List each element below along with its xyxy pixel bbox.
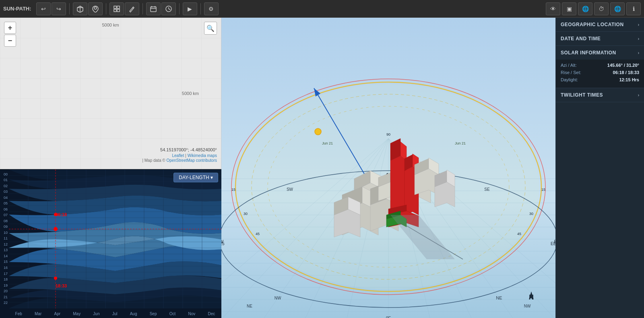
geo-location-header[interactable]: GEOGRAPHIC LOCATION › [556,18,644,31]
geo-location-arrow: › [638,23,639,27]
tool-group-3 [146,2,176,15]
hour-11: 11 [0,237,9,240]
map-search-button[interactable]: 🔍 [204,22,217,35]
month-jul: Jul [112,312,118,316]
twilight-header[interactable]: TWILIGHT TIMES › [556,88,644,102]
hour-16: 16 [0,266,9,270]
hour-10: 10 [0,231,9,235]
svg-text:SE: SE [484,187,490,192]
grid-button[interactable] [109,2,124,15]
play-button[interactable]: ▶ [183,2,197,15]
hour-20: 20 [0,289,9,293]
globe2-button[interactable]: 🌐 [610,2,625,15]
hour-09: 09 [0,225,9,229]
right-toolbar: 👁 ▣ 🌐 ⏱ 🌐 ℹ [546,2,641,15]
calendar-button[interactable] [146,2,161,15]
3d-view[interactable]: N W E NE SE SW NW 00 25 EEE [221,18,555,318]
edit-button[interactable] [125,2,139,15]
eye-button[interactable]: 👁 [546,2,560,15]
svg-rect-5 [117,6,120,8]
location-button[interactable] [88,2,103,15]
svg-text:30: 30 [244,212,248,216]
svg-text:25: 25 [221,242,225,246]
layout-button[interactable]: ▣ [562,2,576,15]
geo-location-section: GEOGRAPHIC LOCATION › [556,18,644,32]
solar-info-content: Azi / Alt: 145.66° / 31.20° Rise / Set: … [556,60,644,88]
right-sidebar: GEOGRAPHIC LOCATION › DATE AND TIME › SO… [555,18,644,318]
day-length-button[interactable]: DAY-LENGTH ▾ [173,173,218,182]
map-attribution: Leaflet | Wikimedia maps [172,153,217,158]
globe1-button[interactable]: 🌐 [578,2,592,15]
rise-set-key: Rise / Set: [561,70,581,75]
daylight-row: Daylight: 12:15 Hrs [561,77,639,82]
hour-02: 02 [0,184,9,188]
svg-marker-128 [435,182,455,207]
month-mar: Mar [35,312,41,316]
date-time-arrow: › [638,37,639,41]
hour-13: 13 [0,248,9,252]
svg-line-8 [132,8,133,8]
undo-button[interactable]: ↩ [36,2,51,15]
map-coordinates: 54.15197000°; -4.48524000° [160,147,217,152]
day-length-chart [9,169,221,308]
solar-info-header[interactable]: SOLAR INFORMATION › [556,46,644,60]
clock-button[interactable] [161,2,176,15]
separator-4 [179,3,180,14]
hour-labels: 00 01 02 03 04 05 06 07 08 09 10 11 12 1… [0,169,9,306]
redo-button[interactable]: ↪ [52,2,66,15]
svg-line-15 [169,9,170,10]
month-sep: Sep [150,312,157,316]
map-controls: + − [4,22,16,47]
cube-button[interactable] [73,2,87,15]
chart-header: DAY-LENGTH ▾ [173,173,218,182]
km-label-top: 5000 km [102,23,119,27]
month-oct: Oct [169,312,176,316]
date-time-header[interactable]: DATE AND TIME › [556,32,644,45]
clock2-button[interactable]: ⏱ [594,2,609,15]
osm-link[interactable]: OpenStreetMap contributors [166,158,217,163]
settings-button[interactable]: ⚙ [204,2,219,15]
azi-alt-key: Azi / Alt: [561,63,577,68]
hour-05: 05 [0,202,9,205]
svg-text:15: 15 [231,188,235,192]
hour-06: 06 [0,208,9,211]
month-dec: Dec [208,312,215,316]
twilight-section: TWILIGHT TIMES › [556,88,644,102]
hour-22: 22 [0,301,9,305]
geo-location-title: GEOGRAPHIC LOCATION [561,22,624,27]
zoom-in-button[interactable]: + [4,22,16,34]
month-nov: Nov [188,312,195,316]
daylight-val: 12:15 Hrs [619,77,639,82]
svg-rect-9 [151,7,156,12]
azi-alt-val: 145.66° / 31.20° [607,63,639,68]
map-attribution-2: | Map data © OpenStreetMap contributors [142,158,217,163]
svg-text:Jun 21: Jun 21 [455,141,466,145]
hour-01: 01 [0,178,9,182]
set-time-label: 18:33 [56,283,67,288]
hour-07: 07 [0,213,9,217]
svg-text:45: 45 [256,232,260,236]
svg-point-98 [315,128,321,135]
toolbar-label: SUN-PATH: [3,6,31,12]
solar-info-arrow: › [638,51,639,55]
separator-5 [200,3,201,14]
date-time-section: DATE AND TIME › [556,32,644,46]
twilight-arrow: › [638,93,639,97]
zoom-out-button[interactable]: − [4,35,16,47]
map-area[interactable]: + − 🔍 5000 km 5000 km 54.15197000°; -4.4… [0,18,221,169]
hour-04: 04 [0,196,9,200]
leaflet-link[interactable]: Leaflet [172,153,184,158]
rise-set-val: 06:18 / 18:33 [613,70,639,75]
month-feb: Feb [15,312,22,316]
tool-group-2 [109,2,139,15]
svg-text:EEE: EEE [551,242,555,246]
hour-15: 15 [0,260,9,264]
month-may: May [73,312,80,316]
svg-text:NE: NE [247,304,252,308]
hour-00: 00 [0,173,9,176]
info-button[interactable]: ℹ [626,2,641,15]
tool-group-1 [73,2,103,15]
svg-text:0E: 0E [386,316,391,318]
azi-alt-row: Azi / Alt: 145.66° / 31.20° [561,63,639,68]
wikimedia-link[interactable]: Wikimedia maps [188,153,217,158]
